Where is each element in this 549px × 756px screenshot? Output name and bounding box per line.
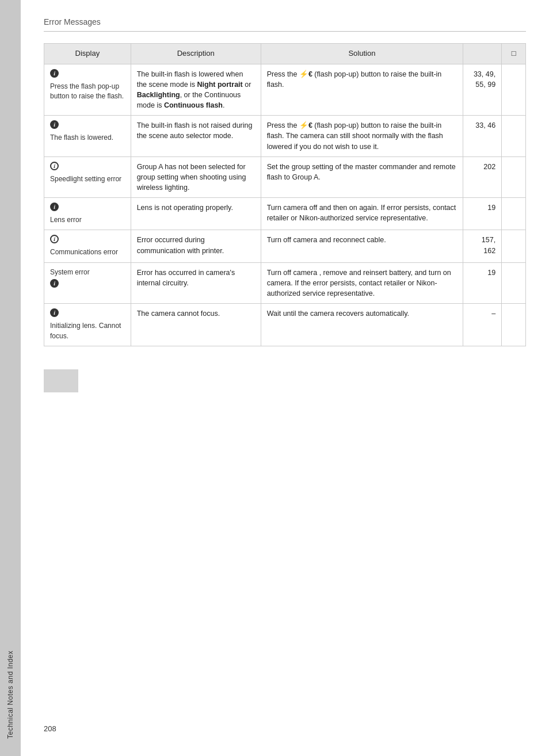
table-row: 𝑖 Initializing lens. Cannot focus. The c… [44,304,526,346]
display-cell-6: System error 𝑖 [44,262,131,303]
description-cell-5: Error occurred during communication with… [131,230,261,262]
solution-cell-3: Set the group setting of the master comm… [261,156,463,197]
page-heading: Error Messages [44,17,526,32]
display-cell-2: 𝑖 The flash is lowered. [44,116,131,156]
header-book: □ [502,44,526,64]
solution-cell-1: Press the ⚡€ (flash pop-up) button to ra… [261,64,463,116]
side-tab-label: Technical Notes and Index [6,651,14,739]
book-cell-1 [502,64,526,116]
header-page [463,44,502,64]
display-cell-5: 𝑖 Communications error [44,230,131,262]
icon-filled-7: 𝑖 [50,308,59,317]
page-ref-6: 19 [463,262,502,303]
icon-filled-1: 𝑖 [50,69,59,78]
gray-decorative-box [44,369,78,392]
display-text-7: Initializing lens. Cannot focus. [50,321,125,341]
description-cell-3: Group A has not been selected for group … [131,156,261,197]
page-ref-5: 157,162 [463,230,502,262]
book-cell-4 [502,198,526,230]
description-cell-1: The built-in flash is lowered when the s… [131,64,261,116]
error-messages-table: Display Description Solution □ 𝑖 Press t… [44,43,526,346]
icon-filled-6: 𝑖 [50,279,59,288]
book-cell-7 [502,304,526,346]
icon-outline-3: 𝑖 [50,162,59,170]
icon-outline-5: 𝑖 [50,235,59,243]
table-row: System error 𝑖 Error has occurred in cam… [44,262,526,303]
table-row: 𝑖 Press the flash pop-up button to raise… [44,64,526,116]
page-ref-2: 33, 46 [463,116,502,156]
page-ref-3: 202 [463,156,502,197]
solution-cell-7: Wait until the camera recovers automatic… [261,304,463,346]
page-number: 208 [44,724,56,733]
display-text-4: Lens error [50,215,125,225]
book-cell-5 [502,230,526,262]
description-cell-4: Lens is not operating properly. [131,198,261,230]
side-tab: Technical Notes and Index [0,0,21,756]
main-content: Error Messages Display Description Solut… [21,0,549,756]
header-description: Description [131,44,261,64]
display-cell-7: 𝑖 Initializing lens. Cannot focus. [44,304,131,346]
description-cell-7: The camera cannot focus. [131,304,261,346]
table-row: 𝑖 Lens error Lens is not operating prope… [44,198,526,230]
table-row: 𝑖 Speedlight setting error Group A has n… [44,156,526,197]
book-cell-6 [502,262,526,303]
table-row: 𝑖 Communications error Error occurred du… [44,230,526,262]
description-cell-6: Error has occurred in camera's internal … [131,262,261,303]
display-cell-4: 𝑖 Lens error [44,198,131,230]
solution-cell-2: Press the ⚡€ (flash pop-up) button to ra… [261,116,463,156]
solution-cell-4: Turn camera off and then on again. If er… [261,198,463,230]
page-ref-4: 19 [463,198,502,230]
display-text-2: The flash is lowered. [50,133,125,143]
header-display: Display [44,44,131,64]
display-cell-3: 𝑖 Speedlight setting error [44,156,131,197]
page-ref-1: 33, 49,55, 99 [463,64,502,116]
solution-cell-6: Turn off camera , remove and reinsert ba… [261,262,463,303]
table-row: 𝑖 The flash is lowered. The built-in fla… [44,116,526,156]
icon-filled-4: 𝑖 [50,203,59,211]
display-label-above-6: System error [50,268,125,277]
solution-cell-5: Turn off camera and reconnect cable. [261,230,463,262]
display-text-1: Press the flash pop-up button to raise t… [50,82,125,102]
icon-filled-2: 𝑖 [50,120,59,129]
display-text-3: Speedlight setting error [50,174,125,184]
display-text-5: Communications error [50,247,125,257]
page-footer: 208 [44,713,526,733]
page-ref-7: – [463,304,502,346]
book-cell-2 [502,116,526,156]
book-cell-3 [502,156,526,197]
display-cell-1: 𝑖 Press the flash pop-up button to raise… [44,64,131,116]
description-cell-2: The built-in flash is not raised during … [131,116,261,156]
header-solution: Solution [261,44,463,64]
